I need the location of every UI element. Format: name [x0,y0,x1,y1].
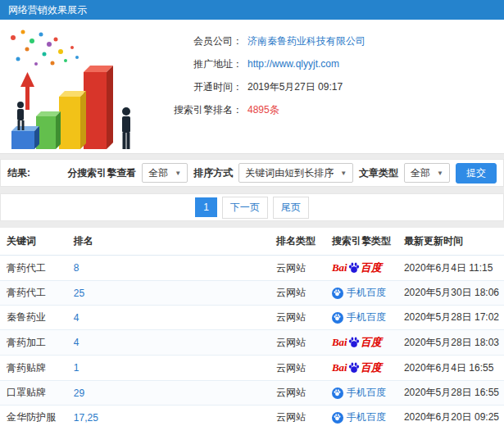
mobile-baidu-label: 手机百度 [347,286,386,300]
next-page-button[interactable]: 下一页 [222,197,268,219]
member-info-section: 会员公司： 济南秦鲁药业科技有限公司 推广地址： http://www.qlyy… [0,20,504,154]
promo-url-link[interactable]: http://www.qlyyjt.com [247,58,339,70]
rank-link[interactable]: 4 [74,312,79,324]
rank-type-cell: 云网站 [271,306,327,330]
baidu-du-text: 百度 [361,335,382,350]
bar-yellow [59,91,86,149]
table-header-row: 关键词 排名 排名类型 搜索引擎类型 最新更新时间 [0,228,504,256]
mobile-baidu-logo: 手机百度 [332,410,386,424]
info-row-url: 推广地址： http://www.qlyyjt.com [146,52,366,75]
open-time-label: 开通时间： [146,80,243,94]
rank-link[interactable]: 25 [74,288,84,299]
table-row: 膏药代工25云网站手机百度2020年5月30日 18:06 [0,281,504,306]
company-label: 会员公司： [146,34,243,48]
keyword-cell: 秦鲁药业 [0,306,69,330]
rank-cell: 17,25 [69,406,271,426]
mobile-baidu-icon [332,387,343,399]
rank-link[interactable]: 1 [74,362,79,374]
keyword-cell: 膏药代工 [0,281,69,306]
baidu-bai-text: Bai [332,361,347,374]
mobile-baidu-logo: 手机百度 [332,310,386,324]
promo-url-label: 推广地址： [146,57,243,71]
info-row-company: 会员公司： 济南秦鲁药业科技有限公司 [146,29,366,52]
table-row: 口罩贴牌29云网站手机百度2020年5月28日 16:55 [0,381,504,406]
company-link[interactable]: 济南秦鲁药业科技有限公司 [247,34,366,48]
rank-type-cell: 云网站 [271,281,327,306]
article-type-value: 全部 [411,166,430,180]
table-row: 金华防护服17,25云网站手机百度2020年6月20日 09:25 [0,406,504,426]
submit-button[interactable]: 提交 [456,163,497,184]
rank-link[interactable]: 29 [74,387,84,399]
paw-icon [348,337,360,348]
sort-label: 排序方式 [193,166,233,180]
paw-icon [334,414,341,421]
rank-link[interactable]: 8 [74,262,79,274]
table-row: 膏药贴牌1云网站Bai百度2020年6月4日 16:55 [0,356,504,381]
pagination: 1 下一页 尾页 [0,193,504,221]
mobile-baidu-label: 手机百度 [347,410,386,424]
chevron-down-icon: ▼ [175,170,181,177]
sort-value: 关键词由短到长排序 [245,166,334,180]
mobile-baidu-logo: 手机百度 [332,386,386,400]
engine-cell: 手机百度 [327,281,399,306]
bar-red [84,66,113,149]
sort-select[interactable]: 关键词由短到长排序 ▼ [238,163,353,183]
time-cell: 2020年6月4日 16:55 [399,356,504,381]
keyword-cell: 膏药代工 [0,256,69,281]
article-type-select[interactable]: 全部 ▼ [404,163,450,183]
engine-filter-value: 全部 [148,166,168,180]
paw-icon [334,314,341,321]
person-figure-right [122,107,130,149]
table-row: 膏药代工8云网站Bai百度2020年6月4日 11:15 [0,256,504,281]
info-row-rank-count: 搜索引擎排名： 4895条 [146,98,366,121]
rank-link[interactable]: 17,25 [74,412,98,424]
page-button-current[interactable]: 1 [195,197,217,217]
engine-cell: Bai百度 [327,330,399,356]
engine-filter-label: 分搜索引擎查看 [67,166,136,180]
paw-icon [348,362,360,374]
baidu-logo: Bai百度 [332,360,382,375]
rank-type-cell: 云网站 [271,330,327,356]
keyword-cell: 膏药加工 [0,330,69,356]
info-row-open-time: 开通时间： 2019年5月27日 09:17 [146,75,366,98]
mobile-baidu-icon [332,412,343,424]
keyword-cell: 口罩贴牌 [0,381,69,406]
rank-count-label: 搜索引擎排名： [146,103,243,117]
baidu-du-text: 百度 [361,360,382,375]
engine-filter-select[interactable]: 全部 ▼ [142,163,188,183]
bar-blue [11,126,39,149]
filter-bar: 结果: 分搜索引擎查看 全部 ▼ 排序方式 关键词由短到长排序 ▼ 文章类型 全… [0,159,504,187]
engine-cell: Bai百度 [327,356,399,381]
growth-chart-svg [2,25,149,152]
engine-cell: Bai百度 [327,256,399,281]
bar-green [36,111,61,149]
growth-chart-illustration [2,25,149,152]
rank-cell: 4 [69,306,271,330]
confetti-dots [11,30,79,66]
col-header-keyword: 关键词 [0,228,69,256]
baidu-logo: Bai百度 [332,261,382,275]
member-info-list: 会员公司： 济南秦鲁药业科技有限公司 推广地址： http://www.qlyy… [146,29,366,121]
time-cell: 2020年5月30日 18:06 [399,281,504,306]
col-header-rank: 排名 [69,228,271,256]
titlebar: 网络营销效果展示 [0,0,504,20]
keyword-cell: 金华防护服 [0,406,69,426]
mobile-baidu-label: 手机百度 [347,386,386,400]
engine-cell: 手机百度 [327,306,399,330]
person-figure-left [17,102,25,130]
rank-count-value: 4895条 [247,103,279,117]
rank-link[interactable]: 4 [74,337,79,348]
results-table: 关键词 排名 排名类型 搜索引擎类型 最新更新时间 膏药代工8云网站Bai百度2… [0,228,504,426]
baidu-du-text: 百度 [361,261,382,275]
rank-cell: 25 [69,281,271,306]
baidu-logo: Bai百度 [332,335,382,350]
col-header-update-time: 最新更新时间 [399,228,504,256]
col-header-engine-type: 搜索引擎类型 [327,228,399,256]
time-cell: 2020年6月20日 09:25 [399,406,504,426]
mobile-baidu-icon [332,312,343,324]
result-label: 结果: [7,166,30,180]
mobile-baidu-logo: 手机百度 [332,286,386,300]
time-cell: 2020年5月28日 17:02 [399,306,504,330]
filter-controls: 分搜索引擎查看 全部 ▼ 排序方式 关键词由短到长排序 ▼ 文章类型 全部 ▼ … [67,163,497,184]
last-page-button[interactable]: 尾页 [273,197,309,219]
